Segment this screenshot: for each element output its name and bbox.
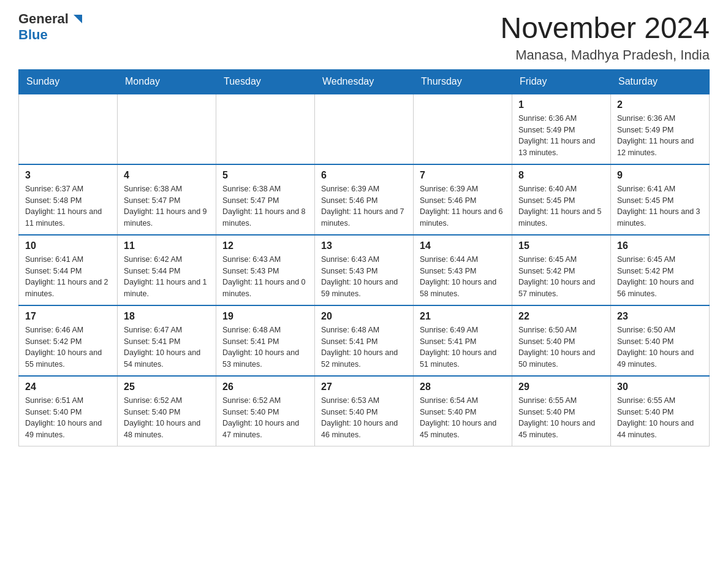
day-number: 13 — [321, 240, 407, 251]
calendar-cell: 1Sunrise: 6:36 AM Sunset: 5:49 PM Daylig… — [512, 94, 611, 164]
calendar-cell: 17Sunrise: 6:46 AM Sunset: 5:42 PM Dayli… — [19, 305, 118, 376]
calendar-cell: 16Sunrise: 6:45 AM Sunset: 5:42 PM Dayli… — [611, 235, 710, 305]
svg-marker-0 — [74, 15, 82, 23]
calendar-cell: 21Sunrise: 6:49 AM Sunset: 5:41 PM Dayli… — [414, 305, 512, 376]
day-info: Sunrise: 6:45 AM Sunset: 5:42 PM Dayligh… — [518, 254, 604, 300]
calendar-cell: 11Sunrise: 6:42 AM Sunset: 5:44 PM Dayli… — [118, 235, 216, 305]
day-info: Sunrise: 6:41 AM Sunset: 5:44 PM Dayligh… — [25, 254, 111, 300]
day-number: 29 — [518, 381, 604, 393]
day-info: Sunrise: 6:38 AM Sunset: 5:47 PM Dayligh… — [124, 183, 210, 229]
calendar-table: SundayMondayTuesdayWednesdayThursdayFrid… — [18, 69, 710, 446]
calendar-cell — [19, 94, 118, 164]
calendar-cell: 9Sunrise: 6:41 AM Sunset: 5:45 PM Daylig… — [611, 164, 710, 235]
day-header-friday: Friday — [512, 69, 611, 94]
day-info: Sunrise: 6:40 AM Sunset: 5:45 PM Dayligh… — [518, 183, 604, 229]
calendar-cell: 3Sunrise: 6:37 AM Sunset: 5:48 PM Daylig… — [19, 164, 118, 235]
calendar-cell: 19Sunrise: 6:48 AM Sunset: 5:41 PM Dayli… — [216, 305, 315, 376]
day-number: 30 — [617, 381, 703, 393]
day-info: Sunrise: 6:44 AM Sunset: 5:43 PM Dayligh… — [420, 254, 506, 300]
title-section: November 2024 Manasa, Madhya Pradesh, In… — [500, 12, 710, 63]
calendar-cell: 15Sunrise: 6:45 AM Sunset: 5:42 PM Dayli… — [512, 235, 611, 305]
day-number: 20 — [321, 311, 407, 322]
day-number: 3 — [25, 170, 111, 181]
calendar-cell: 25Sunrise: 6:52 AM Sunset: 5:40 PM Dayli… — [118, 376, 216, 446]
calendar-cell: 26Sunrise: 6:52 AM Sunset: 5:40 PM Dayli… — [216, 376, 315, 446]
location-text: Manasa, Madhya Pradesh, India — [500, 47, 710, 63]
day-number: 26 — [222, 381, 308, 393]
day-info: Sunrise: 6:52 AM Sunset: 5:40 PM Dayligh… — [222, 395, 308, 441]
day-header-saturday: Saturday — [611, 69, 710, 94]
logo-blue-text: Blue — [18, 27, 48, 43]
day-number: 23 — [617, 311, 703, 322]
calendar-cell: 24Sunrise: 6:51 AM Sunset: 5:40 PM Dayli… — [19, 376, 118, 446]
day-info: Sunrise: 6:55 AM Sunset: 5:40 PM Dayligh… — [518, 395, 604, 441]
calendar-cell: 12Sunrise: 6:43 AM Sunset: 5:43 PM Dayli… — [216, 235, 315, 305]
calendar-cell — [216, 94, 315, 164]
day-info: Sunrise: 6:48 AM Sunset: 5:41 PM Dayligh… — [222, 324, 308, 370]
day-info: Sunrise: 6:41 AM Sunset: 5:45 PM Dayligh… — [617, 183, 703, 229]
day-number: 18 — [124, 311, 210, 322]
day-number: 7 — [420, 170, 506, 181]
calendar-cell: 10Sunrise: 6:41 AM Sunset: 5:44 PM Dayli… — [19, 235, 118, 305]
day-info: Sunrise: 6:45 AM Sunset: 5:42 PM Dayligh… — [617, 254, 703, 300]
calendar-week-1: 1Sunrise: 6:36 AM Sunset: 5:49 PM Daylig… — [19, 94, 710, 164]
day-info: Sunrise: 6:38 AM Sunset: 5:47 PM Dayligh… — [222, 183, 308, 229]
calendar-cell: 2Sunrise: 6:36 AM Sunset: 5:49 PM Daylig… — [611, 94, 710, 164]
logo-general: General — [18, 12, 69, 26]
calendar-cell: 7Sunrise: 6:39 AM Sunset: 5:46 PM Daylig… — [414, 164, 512, 235]
day-number: 19 — [222, 311, 308, 322]
day-number: 16 — [617, 240, 703, 251]
day-number: 4 — [124, 170, 210, 181]
day-number: 8 — [518, 170, 604, 181]
day-number: 1 — [518, 99, 604, 110]
day-info: Sunrise: 6:50 AM Sunset: 5:40 PM Dayligh… — [617, 324, 703, 370]
day-info: Sunrise: 6:36 AM Sunset: 5:49 PM Dayligh… — [617, 113, 703, 159]
day-header-monday: Monday — [118, 69, 216, 94]
day-number: 11 — [124, 240, 210, 251]
day-number: 14 — [420, 240, 506, 251]
page-header: General Blue November 2024 Manasa, Madhy… — [18, 12, 710, 63]
calendar-week-2: 3Sunrise: 6:37 AM Sunset: 5:48 PM Daylig… — [19, 164, 710, 235]
day-info: Sunrise: 6:53 AM Sunset: 5:40 PM Dayligh… — [321, 395, 407, 441]
day-number: 17 — [25, 311, 111, 322]
day-info: Sunrise: 6:49 AM Sunset: 5:41 PM Dayligh… — [420, 324, 506, 370]
logo: General Blue — [18, 12, 83, 43]
day-number: 10 — [25, 240, 111, 251]
calendar-week-4: 17Sunrise: 6:46 AM Sunset: 5:42 PM Dayli… — [19, 305, 710, 376]
calendar-cell: 13Sunrise: 6:43 AM Sunset: 5:43 PM Dayli… — [315, 235, 414, 305]
calendar-cell: 5Sunrise: 6:38 AM Sunset: 5:47 PM Daylig… — [216, 164, 315, 235]
calendar-cell: 29Sunrise: 6:55 AM Sunset: 5:40 PM Dayli… — [512, 376, 611, 446]
calendar-cell — [315, 94, 414, 164]
calendar-cell — [414, 94, 512, 164]
day-number: 6 — [321, 170, 407, 181]
calendar-week-3: 10Sunrise: 6:41 AM Sunset: 5:44 PM Dayli… — [19, 235, 710, 305]
day-header-tuesday: Tuesday — [216, 69, 315, 94]
day-info: Sunrise: 6:51 AM Sunset: 5:40 PM Dayligh… — [25, 395, 111, 441]
month-title: November 2024 — [500, 12, 710, 45]
calendar-cell: 8Sunrise: 6:40 AM Sunset: 5:45 PM Daylig… — [512, 164, 611, 235]
day-info: Sunrise: 6:42 AM Sunset: 5:44 PM Dayligh… — [124, 254, 210, 300]
day-info: Sunrise: 6:54 AM Sunset: 5:40 PM Dayligh… — [420, 395, 506, 441]
day-number: 5 — [222, 170, 308, 181]
day-info: Sunrise: 6:52 AM Sunset: 5:40 PM Dayligh… — [124, 395, 210, 441]
day-info: Sunrise: 6:47 AM Sunset: 5:41 PM Dayligh… — [124, 324, 210, 370]
day-number: 28 — [420, 381, 506, 393]
day-info: Sunrise: 6:46 AM Sunset: 5:42 PM Dayligh… — [25, 324, 111, 370]
day-number: 12 — [222, 240, 308, 251]
day-info: Sunrise: 6:37 AM Sunset: 5:48 PM Dayligh… — [25, 183, 111, 229]
day-info: Sunrise: 6:36 AM Sunset: 5:49 PM Dayligh… — [518, 113, 604, 159]
day-info: Sunrise: 6:39 AM Sunset: 5:46 PM Dayligh… — [420, 183, 506, 229]
logo-triangle-icon — [70, 12, 83, 26]
day-number: 9 — [617, 170, 703, 181]
day-number: 27 — [321, 381, 407, 393]
calendar-cell: 4Sunrise: 6:38 AM Sunset: 5:47 PM Daylig… — [118, 164, 216, 235]
day-info: Sunrise: 6:43 AM Sunset: 5:43 PM Dayligh… — [321, 254, 407, 300]
day-number: 25 — [124, 381, 210, 393]
day-header-thursday: Thursday — [414, 69, 512, 94]
day-info: Sunrise: 6:55 AM Sunset: 5:40 PM Dayligh… — [617, 395, 703, 441]
day-info: Sunrise: 6:48 AM Sunset: 5:41 PM Dayligh… — [321, 324, 407, 370]
day-number: 24 — [25, 381, 111, 393]
calendar-cell: 6Sunrise: 6:39 AM Sunset: 5:46 PM Daylig… — [315, 164, 414, 235]
day-header-wednesday: Wednesday — [315, 69, 414, 94]
calendar-cell: 28Sunrise: 6:54 AM Sunset: 5:40 PM Dayli… — [414, 376, 512, 446]
